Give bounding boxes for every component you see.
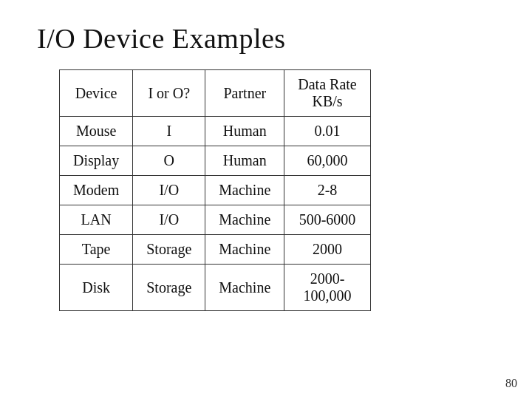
table-header-cell: Partner: [205, 70, 284, 117]
table-container: DeviceI or O?PartnerData Rate KB/sMouseI…: [59, 69, 495, 311]
table-cell: Storage: [133, 265, 205, 311]
table-cell: I: [133, 117, 205, 146]
table-cell: Machine: [205, 176, 284, 205]
table-cell: Tape: [60, 235, 133, 265]
table-cell: 2000- 100,000: [284, 265, 370, 311]
table-row: DisplayOHuman60,000: [60, 146, 371, 176]
table-header-cell: Device: [60, 70, 133, 117]
io-device-table: DeviceI or O?PartnerData Rate KB/sMouseI…: [59, 69, 371, 311]
slide-title: I/O Device Examples: [37, 22, 495, 55]
table-row: ModemI/OMachine2-8: [60, 176, 371, 205]
table-cell: Human: [205, 146, 284, 176]
table-cell: Storage: [133, 235, 205, 265]
table-cell: 500-6000: [284, 205, 370, 235]
table-cell: Machine: [205, 265, 284, 311]
table-cell: Human: [205, 117, 284, 146]
table-cell: 2-8: [284, 176, 370, 205]
table-cell: Disk: [60, 265, 133, 311]
table-header-cell: I or O?: [133, 70, 205, 117]
table-cell: Modem: [60, 176, 133, 205]
table-row: LANI/OMachine500-6000: [60, 205, 371, 235]
table-cell: 60,000: [284, 146, 370, 176]
table-row: DiskStorageMachine2000- 100,000: [60, 265, 371, 311]
table-row: TapeStorageMachine2000: [60, 235, 371, 265]
table-cell: 2000: [284, 235, 370, 265]
table-cell: O: [133, 146, 205, 176]
table-cell: LAN: [60, 205, 133, 235]
table-cell: 0.01: [284, 117, 370, 146]
slide-page: I/O Device Examples DeviceI or O?Partner…: [0, 0, 532, 399]
table-cell: Mouse: [60, 117, 133, 146]
table-cell: I/O: [133, 176, 205, 205]
table-cell: Machine: [205, 205, 284, 235]
table-row: MouseIHuman0.01: [60, 117, 371, 146]
table-header-cell: Data Rate KB/s: [284, 70, 370, 117]
table-cell: Machine: [205, 235, 284, 265]
table-cell: Display: [60, 146, 133, 176]
page-number: 80: [505, 377, 517, 390]
table-cell: I/O: [133, 205, 205, 235]
